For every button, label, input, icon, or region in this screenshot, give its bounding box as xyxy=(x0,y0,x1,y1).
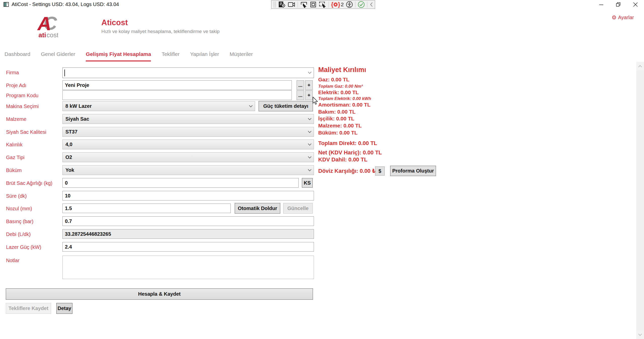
otomatik-doldur-button[interactable]: Otomatik Doldur xyxy=(235,203,280,214)
page-subtitle: Hızlı ve kolay maliyet hesaplama, teklif… xyxy=(101,29,220,34)
collapse-toolbar-icon[interactable] xyxy=(370,2,373,7)
error-icon xyxy=(333,2,338,7)
gaz-tipi-label: Gaz Tipi xyxy=(6,154,24,160)
chevron-down-icon xyxy=(308,129,311,133)
vertical-scrollbar[interactable] xyxy=(636,62,644,339)
guncelle-button[interactable]: Güncelle xyxy=(283,203,313,214)
aticost-logo: C A ati cost xyxy=(37,12,58,40)
toolbar-divider xyxy=(355,2,355,8)
bukum-label: Büküm xyxy=(6,167,22,173)
error-count-badge[interactable]: { } 2 xyxy=(331,2,344,8)
proje-adi-input[interactable] xyxy=(62,80,292,90)
record-video-icon[interactable] xyxy=(288,2,295,8)
proje-adi-browse-button[interactable]: ... xyxy=(297,80,304,90)
tab-dashboard[interactable]: Dashboard xyxy=(5,51,30,61)
tab-genel-giderler[interactable]: Genel Giderler xyxy=(41,51,75,61)
click-region-icon[interactable] xyxy=(300,1,308,8)
kalinlik-value: 4,0 xyxy=(65,142,72,147)
chevron-down-icon xyxy=(308,116,311,120)
sure-label: Süre (dk) xyxy=(6,193,27,199)
notlar-textarea[interactable] xyxy=(62,256,314,279)
app-window: AtiCost - Settings USD: 43.04, Logs USD:… xyxy=(0,0,644,339)
cost-line-elektrik: Elektrik: 0.00 TL xyxy=(318,89,359,95)
gaz-tipi-dropdown[interactable]: O2 xyxy=(62,152,314,162)
siyah-sac-kalitesi-label: Siyah Sac Kalitesi xyxy=(6,129,46,135)
page-title: Aticost xyxy=(101,18,128,27)
scroll-down-button[interactable] xyxy=(636,330,644,339)
cost-line-toplam-elektrik: Toplam Elektrik: 0.00 kWh xyxy=(318,96,371,101)
title-bar: AtiCost - Settings USD: 43.04, Logs USD:… xyxy=(0,0,644,9)
brut-sac-agirligi-label: Brüt Sac Ağırlığı (kg) xyxy=(6,180,53,186)
chevron-down-icon xyxy=(308,142,311,145)
program-kodu-browse-button[interactable]: ... xyxy=(297,90,304,100)
toolbar-divider xyxy=(329,2,329,8)
proje-adi-add-button[interactable]: + xyxy=(305,80,313,90)
malzeme-dropdown[interactable]: Siyah Sac xyxy=(62,114,314,124)
doviz-karsiligi-total: Döviz Karşılığı: 0.00 ₺ xyxy=(318,168,376,174)
notlar-label: Notlar xyxy=(6,257,19,263)
chevron-down-icon xyxy=(308,167,311,171)
tab-yapilan-isler[interactable]: Yapılan İşler xyxy=(190,51,219,61)
tekliflere-kaydet-button[interactable]: Tekliflere Kaydet xyxy=(6,303,51,314)
program-kodu-input[interactable] xyxy=(62,90,292,100)
siyah-sac-kalitesi-dropdown[interactable]: ST37 xyxy=(62,127,314,137)
kalinlik-dropdown[interactable]: 4,0 xyxy=(62,140,314,149)
validation-ok-icon[interactable] xyxy=(358,1,365,8)
toolbar-divider xyxy=(298,2,298,8)
nozul-input[interactable] xyxy=(62,204,231,213)
firma-label: Firma xyxy=(6,70,19,76)
basinc-input[interactable] xyxy=(62,216,314,226)
bukum-dropdown[interactable]: Yok xyxy=(62,165,314,175)
sure-input[interactable] xyxy=(62,191,314,200)
accessibility-icon[interactable] xyxy=(346,1,353,8)
makina-secimi-dropdown[interactable]: 8 kW Lazer xyxy=(62,101,255,111)
chevron-down-icon xyxy=(249,104,253,107)
malzeme-label: Malzeme xyxy=(6,116,26,122)
guc-tuketim-detayi-button[interactable]: Güç tüketim detayı xyxy=(259,101,313,111)
malzeme-value: Siyah Sac xyxy=(65,116,89,122)
dollar-currency-button[interactable]: $ xyxy=(375,166,385,176)
cost-line-malzeme: Malzeme: 0.00 TL xyxy=(318,123,362,129)
cost-line-bukum: Büküm: 0.00 TL xyxy=(318,130,357,136)
text-caret xyxy=(64,70,65,76)
minimize-button[interactable] xyxy=(593,0,610,9)
logo-wordmark-ati: ati xyxy=(38,31,46,39)
cost-line-gaz: Gaz: 0.00 TL xyxy=(318,77,349,83)
close-button[interactable] xyxy=(627,0,644,9)
lazer-guc-input[interactable] xyxy=(62,242,314,252)
detay-button[interactable]: Detay xyxy=(56,303,72,314)
capture-element-icon[interactable] xyxy=(319,1,326,8)
logo-wordmark-cost: cost xyxy=(47,31,58,39)
tab-teklifler[interactable]: Teklifler xyxy=(162,51,179,61)
firma-combobox[interactable] xyxy=(62,67,314,78)
ks-button[interactable]: KS xyxy=(302,178,313,188)
window-title: AtiCost - Settings USD: 43.04, Logs USD:… xyxy=(12,2,119,7)
select-region-icon[interactable] xyxy=(310,1,316,8)
main-tabs: Dashboard Genel Giderler Gelişmiş Fiyat … xyxy=(5,51,253,61)
test-steps-icon[interactable] xyxy=(278,1,286,8)
toolbar-grip-icon[interactable] xyxy=(273,1,276,8)
chevron-down-icon xyxy=(308,70,311,74)
proforma-olustur-button[interactable]: Proforma Oluştur xyxy=(390,166,436,176)
net-kdv-haric-total: Net (KDV Hariç): 0.00 TL xyxy=(318,149,382,156)
proje-adi-label: Proje Adı xyxy=(6,82,26,88)
nozul-label: Nozul (mm) xyxy=(6,206,32,212)
tab-gelismis-fiyat-hesaplama[interactable]: Gelişmiş Fiyat Hesaplama xyxy=(86,51,151,61)
toplam-direkt-total: Toplam Direkt: 0.00 TL xyxy=(318,140,377,147)
scroll-up-button[interactable] xyxy=(636,62,644,70)
settings-button[interactable]: ⚙ Ayarlar xyxy=(612,15,634,20)
toolbar-divider xyxy=(367,2,367,8)
hesapla-kaydet-button[interactable]: Hesapla & Kaydet xyxy=(6,288,313,300)
error-count: 2 xyxy=(341,2,344,8)
gear-icon: ⚙ xyxy=(612,15,617,20)
tab-musteriler[interactable]: Müşteriler xyxy=(230,51,253,61)
cost-line-iscilik: İşçilik: 0.00 TL xyxy=(318,116,354,122)
program-kodu-add-button[interactable]: + xyxy=(305,90,313,100)
window-controls xyxy=(593,0,644,9)
debi-label: Debi (L/dk) xyxy=(6,231,31,237)
debi-input xyxy=(62,229,314,239)
siyah-sac-kalitesi-value: ST37 xyxy=(65,129,77,135)
settings-label: Ayarlar xyxy=(618,15,634,20)
restore-button[interactable] xyxy=(610,0,627,9)
brut-sac-agirligi-input[interactable] xyxy=(62,178,299,188)
